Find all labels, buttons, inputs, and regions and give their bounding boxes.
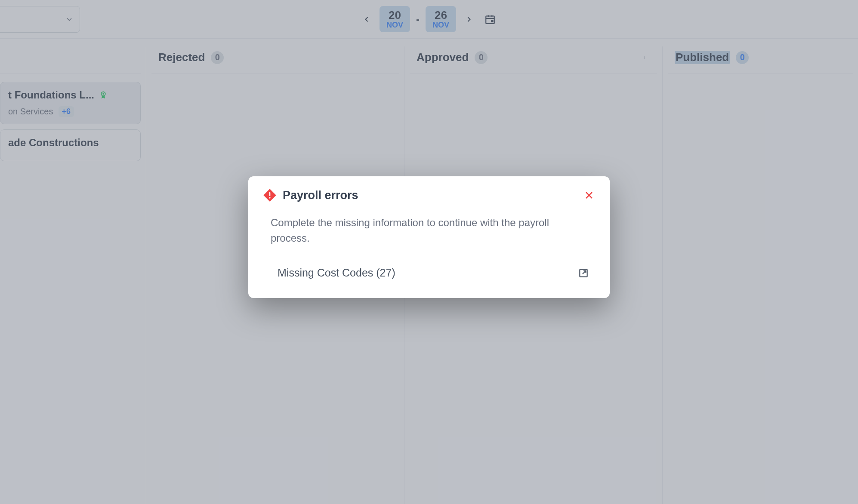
warning-icon	[263, 188, 277, 202]
external-link-icon	[578, 267, 589, 279]
error-label: Missing Cost Codes (27)	[278, 267, 395, 279]
svg-line-15	[583, 270, 586, 274]
svg-point-11	[269, 197, 270, 198]
modal-overlay[interactable]: Payroll errors Complete the missing info…	[0, 0, 858, 504]
modal-title: Payroll errors	[283, 189, 358, 202]
modal-description: Complete the missing information to cont…	[263, 215, 595, 246]
close-button[interactable]	[583, 189, 595, 201]
svg-rect-10	[269, 192, 271, 196]
payroll-errors-modal: Payroll errors Complete the missing info…	[248, 176, 610, 298]
error-item[interactable]: Missing Cost Codes (27)	[263, 263, 595, 283]
